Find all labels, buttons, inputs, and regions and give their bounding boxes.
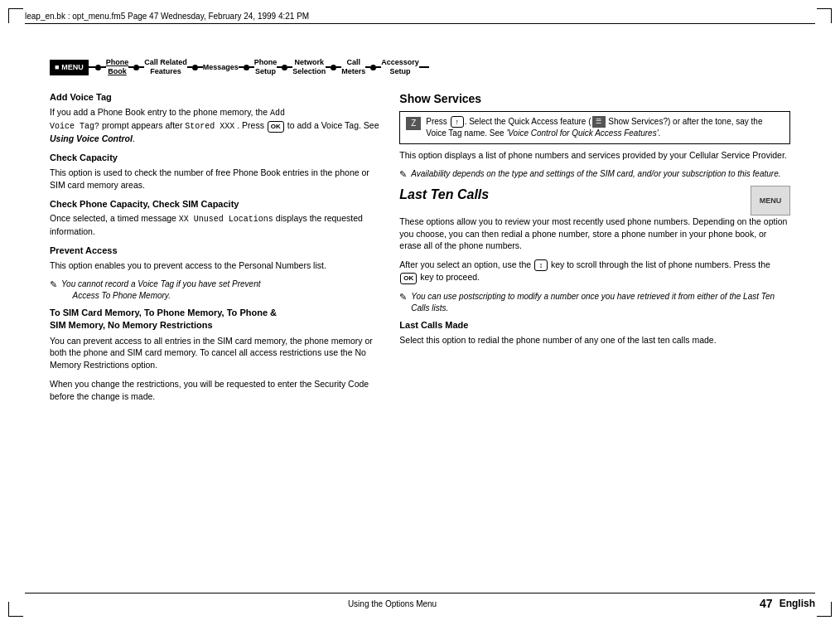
sim-card-memory-body1: You can prevent access to all entries in…	[50, 335, 383, 371]
footer-page-number: 47	[760, 597, 773, 610]
section-prevent-access: Prevent Access This option enables you t…	[50, 245, 383, 302]
prevent-access-body: This option enables you to prevent acces…	[50, 259, 383, 272]
nav-dot-6	[370, 65, 376, 70]
nav-dot-0	[95, 65, 101, 70]
press-box-icon: Z	[406, 117, 421, 130]
section-last-ten-calls: Last Ten Calls MENU These options allow …	[399, 186, 790, 314]
section-check-phone-capacity: Check Phone Capacity, Check SIM Capacity…	[50, 198, 383, 238]
corner-mark-br	[817, 602, 832, 617]
check-capacity-title: Check Capacity	[50, 152, 383, 164]
section-check-capacity: Check Capacity This option is used to ch…	[50, 152, 383, 191]
nav-item-network-selection[interactable]: Network Selection	[292, 58, 326, 76]
nav-dot-5	[331, 65, 336, 70]
footer-language: English	[780, 598, 815, 609]
prevent-access-title: Prevent Access	[50, 245, 383, 257]
last-ten-calls-note: ✎ You can use postscripting to modify a …	[399, 291, 790, 314]
section-last-calls-made: Last Calls Made Select this option to re…	[399, 319, 790, 346]
corner-mark-tl	[8, 8, 23, 23]
pen-icon-3: ✎	[399, 291, 407, 303]
add-voice-tag-title: Add Voice Tag	[50, 91, 383, 104]
nav-line-4	[187, 66, 192, 68]
show-services-title: Show Services	[399, 91, 790, 108]
left-column: Add Voice Tag If you add a Phone Book en…	[50, 91, 383, 584]
corner-mark-bl	[8, 602, 23, 617]
page-header: leap_en.bk : opt_menu.fm5 Page 47 Wednes…	[25, 12, 815, 24]
nav-bar: ■ MENU Phone Book Call Related Features …	[50, 51, 790, 83]
nav-dot-1	[133, 65, 139, 70]
pen-icon-2: ✎	[399, 168, 407, 181]
check-capacity-body: This option is used to check the number …	[50, 167, 383, 191]
show-services-note: ✎ Availability depends on the type and s…	[399, 168, 790, 181]
nav-dot-4	[282, 65, 287, 70]
last-ten-calls-body1: These options allow you to review your m…	[399, 216, 790, 252]
nav-line-14	[419, 66, 429, 68]
sim-card-memory-body2: When you change the restrictions, you wi…	[50, 378, 383, 402]
nav-item-messages[interactable]: Messages	[203, 63, 239, 72]
press-box: Z Press ↑. Select the Quick Access featu…	[399, 111, 790, 144]
nav-line-6	[239, 66, 244, 68]
nav-item-call-meters[interactable]: Call Meters	[341, 58, 365, 76]
check-phone-capacity-body: Once selected, a timed message XX Unused…	[50, 212, 383, 238]
pen-icon-1: ✎	[50, 279, 57, 291]
nav-line-0	[89, 66, 95, 68]
show-services-body: This option displays a list of phone num…	[399, 149, 790, 162]
nav-item-phone-setup[interactable]: Phone Setup	[254, 58, 278, 76]
press-box-text: Press ↑. Select the Quick Access feature…	[426, 116, 784, 139]
last-ten-calls-body2: After you select an option, use the ↕ ke…	[399, 259, 790, 283]
nav-item-related-features[interactable]: Call Related Features	[144, 58, 187, 76]
section-sim-card-memory: To SIM Card Memory, To Phone Memory, To …	[50, 307, 383, 402]
corner-mark-tr	[817, 8, 832, 23]
last-calls-made-title: Last Calls Made	[399, 319, 790, 332]
nav-item-accessory-setup[interactable]: Accessory Setup	[381, 58, 419, 76]
nav-dot-2	[192, 65, 198, 70]
nav-dot-3	[244, 65, 249, 70]
prevent-access-note: ✎ You cannot record a Voice Tag if you h…	[50, 279, 383, 302]
section-show-services: Show Services Z Press ↑. Select the Quic…	[399, 91, 790, 181]
last-calls-made-body: Select this option to redial the phone n…	[399, 334, 790, 346]
menu-button-image: MENU	[751, 186, 790, 216]
page-footer: Using the Options Menu 47 English	[25, 593, 815, 610]
menu-label: ■ MENU	[50, 60, 89, 75]
last-ten-calls-title: Last Ten Calls	[399, 186, 751, 204]
section-add-voice-tag: Add Voice Tag If you add a Phone Book en…	[50, 91, 383, 145]
right-column: Show Services Z Press ↑. Select the Quic…	[399, 91, 790, 584]
add-voice-tag-body: If you add a Phone Book entry to the pho…	[50, 106, 383, 145]
sim-card-memory-title: To SIM Card Memory, To Phone Memory, To …	[50, 307, 383, 332]
check-phone-capacity-title: Check Phone Capacity, Check SIM Capacity	[50, 198, 383, 211]
header-text: leap_en.bk : opt_menu.fm5 Page 47 Wednes…	[25, 12, 309, 21]
nav-item-phone-book[interactable]: Phone Book	[106, 58, 129, 76]
main-content: Add Voice Tag If you add a Phone Book en…	[50, 91, 790, 584]
footer-left-text: Using the Options Menu	[25, 599, 760, 608]
